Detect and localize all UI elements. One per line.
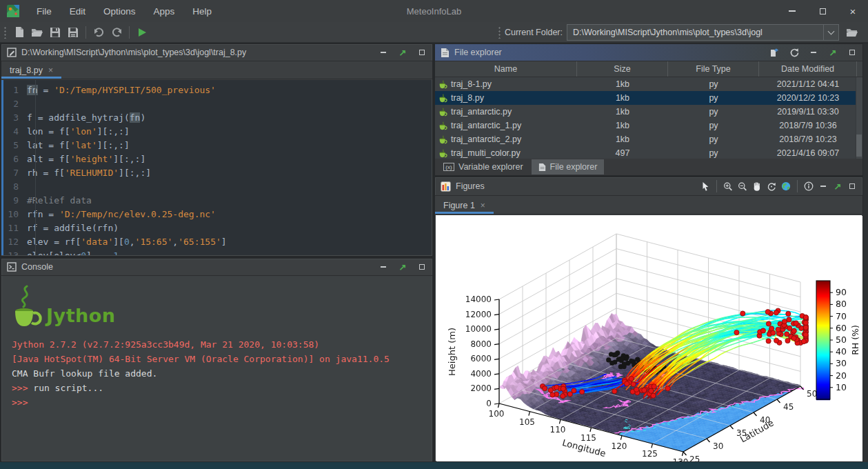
file-explorer-float-button[interactable]: ↗ <box>828 48 838 57</box>
file-icon <box>441 48 450 58</box>
redo-button[interactable] <box>108 24 125 41</box>
redo-icon <box>111 28 123 37</box>
code-line: 3f = addfile_hytraj(fn) <box>2 111 432 125</box>
bottom-tab-variable-explorer[interactable]: (x)Variable explorer <box>436 159 530 174</box>
console-line: [Java HotSpot(TM) 64-Bit Server VM (Orac… <box>12 352 422 366</box>
file-row[interactable]: traj_8-1.py1kbpy2021/1/12 04:41 <box>435 77 862 91</box>
file-table-header: NameSizeFile TypeDate Modified <box>435 61 862 77</box>
zoom-out-tool-button[interactable] <box>738 181 747 191</box>
menu-item-options[interactable]: Options <box>94 6 145 17</box>
window-maximize-button[interactable] <box>807 0 838 22</box>
line-number: 5 <box>2 139 27 152</box>
toolbar-grip <box>498 26 501 39</box>
tab-close-icon[interactable]: × <box>481 201 485 210</box>
scrollbar-thumb[interactable] <box>856 134 862 157</box>
window-close-button[interactable]: × <box>838 0 868 22</box>
column-header-date-modified[interactable]: Date Modified <box>759 61 857 77</box>
code-editor[interactable]: 1fn = 'D:/Temp/HYSPLIT/500_previous'23f … <box>2 80 432 255</box>
file-row[interactable]: traj_multi_color.py497py2021/4/16 09:07 <box>435 146 862 159</box>
console-maximize-button[interactable] <box>417 262 427 272</box>
bottom-tab-label: Variable explorer <box>458 162 523 172</box>
console-output[interactable]: Jython Jython 2.7.2 (v2.7.2:925a3cc3b49d… <box>2 277 432 461</box>
toolbar-separator <box>85 26 86 39</box>
figure-3d-trajectory-plot[interactable] <box>436 216 862 461</box>
file-explorer-minimize-button[interactable] <box>809 48 818 57</box>
browse-folder-button[interactable] <box>843 24 861 41</box>
rotate-icon <box>767 181 776 192</box>
file-table-scrollbar[interactable] <box>856 77 862 159</box>
cursor-tool-button[interactable] <box>700 181 710 191</box>
console-minimize-button[interactable] <box>379 262 388 272</box>
export-file-button[interactable] <box>770 48 780 57</box>
code-line: 12elev = rf['data'][0,'15:65','65:155'] <box>2 235 432 249</box>
file-explorer-maximize-button[interactable] <box>847 48 857 57</box>
figures-maximize-button[interactable] <box>847 181 857 191</box>
save-button[interactable] <box>46 24 64 41</box>
menu-item-edit[interactable]: Edit <box>61 6 94 17</box>
menu-item-help[interactable]: Help <box>183 6 221 17</box>
editor-maximize-button[interactable] <box>417 48 427 57</box>
file-row[interactable]: traj_antarctic_2.py1kbpy2018/7/9 10:23 <box>435 132 862 146</box>
figure-tab-1[interactable]: Figure 1 × <box>435 197 494 214</box>
file-date: 2018/7/9 10:23 <box>759 134 857 144</box>
code-line: 7rh = f['RELHUMID'][:,:] <box>2 166 432 180</box>
info-tool-button[interactable] <box>804 181 814 191</box>
jython-file-icon <box>438 94 447 103</box>
editor-float-button[interactable]: ↗ <box>398 48 407 57</box>
run-script-button[interactable] <box>133 24 151 41</box>
file-type: py <box>668 121 759 130</box>
zoom-in-tool-button[interactable] <box>723 181 733 191</box>
figures-float-button[interactable]: ↗ <box>833 181 842 191</box>
file-size: 1kb <box>577 121 668 130</box>
file-date: 2021/1/12 04:41 <box>759 79 857 89</box>
menu-item-apps[interactable]: Apps <box>145 6 184 17</box>
jython-file-icon <box>438 121 447 130</box>
new-file-button[interactable] <box>10 24 28 41</box>
current-folder-dropdown-button[interactable] <box>823 25 838 40</box>
editor-focus-strip <box>1 80 3 255</box>
zoom-out-icon <box>738 181 747 192</box>
window-minimize-button[interactable] <box>777 0 807 22</box>
file-row[interactable]: traj_8.py1kbpy2020/12/2 10:23 <box>435 91 862 105</box>
globe-icon <box>781 181 791 192</box>
editor-minimize-button[interactable] <box>379 48 388 57</box>
undo-icon <box>93 28 105 37</box>
file-row[interactable]: traj_antarctic_1.py1kbpy2018/7/9 10:36 <box>435 119 862 132</box>
variable-explorer-icon: (x) <box>443 163 454 171</box>
current-folder-input[interactable] <box>567 25 823 40</box>
console-title: Console <box>21 262 53 272</box>
info-icon <box>804 181 814 192</box>
open-file-button[interactable] <box>28 24 46 41</box>
column-header-file-type[interactable]: File Type <box>668 61 759 77</box>
editor-panel-titlebar: D:\Working\MIScript\Jython\mis\plot_type… <box>1 44 432 61</box>
pan-tool-button[interactable] <box>752 181 762 191</box>
app-logo-icon <box>7 5 19 17</box>
column-header-size[interactable]: Size <box>577 61 668 77</box>
undo-button[interactable] <box>90 24 108 41</box>
column-header-name[interactable]: Name <box>435 61 577 77</box>
bottom-tab-file-explorer[interactable]: File explorer <box>532 159 605 174</box>
rotate-tool-button[interactable] <box>767 181 776 191</box>
editor-tab-traj-8[interactable]: traj_8.py × <box>1 61 61 79</box>
globe-tool-button[interactable] <box>781 181 791 191</box>
refresh-button[interactable] <box>789 48 799 57</box>
line-number: 12 <box>2 235 27 249</box>
figures-minimize-button[interactable] <box>818 181 828 191</box>
bottom-tab-label: File explorer <box>550 162 598 172</box>
console-float-button[interactable]: ↗ <box>398 262 407 272</box>
save-as-button[interactable] <box>64 24 82 41</box>
file-explorer-title: File explorer <box>454 48 502 57</box>
file-size: 1kb <box>577 107 668 117</box>
editor-file-path: D:\Working\MIScript\Jython\mis\plot_type… <box>21 48 246 57</box>
menu-item-file[interactable]: File <box>28 6 61 17</box>
file-date: 2019/9/11 03:30 <box>759 107 857 117</box>
file-type: py <box>668 79 759 89</box>
file-date: 2021/4/16 09:07 <box>759 148 857 158</box>
file-type: py <box>668 93 759 103</box>
file-row[interactable]: traj_antarctic.py1kbpy2019/9/11 03:30 <box>435 105 862 119</box>
editor-tab-label: traj_8.py <box>10 66 43 75</box>
editor-panel: D:\Working\MIScript\Jython\mis\plot_type… <box>1 43 433 257</box>
run-icon <box>137 28 147 37</box>
file-name: traj_antarctic_2.py <box>451 134 521 144</box>
tab-close-icon[interactable]: × <box>48 66 53 75</box>
